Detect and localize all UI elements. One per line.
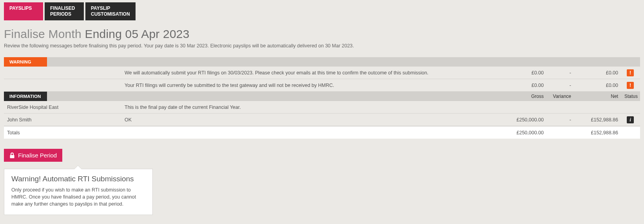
row-net: £0.00 <box>573 83 620 88</box>
info-status-icon[interactable]: i <box>627 116 634 123</box>
row-variance: - <box>546 117 573 123</box>
row-gross: £0.00 <box>495 70 546 76</box>
row-message: OK <box>121 117 495 123</box>
page-subtext: Review the following messages before fin… <box>4 43 640 49</box>
row-entity: RiverSide Hospital East <box>4 105 121 110</box>
col-header-variance: Variance <box>546 92 573 101</box>
tab-label-line1: PAYSLIP <box>91 5 110 11</box>
warning-row: We will automatically submit your RTI fi… <box>4 67 640 79</box>
section-label-information: INFORMATION <box>4 92 47 101</box>
totals-gross: £250,000.00 <box>495 130 546 135</box>
page-title: Finalise Month Ending 05 Apr 2023 <box>4 27 640 41</box>
col-header-gross: Gross <box>495 92 546 101</box>
totals-row: Totals £250,000.00 £152,988.86 <box>4 126 640 139</box>
section-header-information: INFORMATION Gross Variance Net Status <box>4 92 640 101</box>
tab-label-line2: PERIODS <box>50 11 71 17</box>
top-tabs: PAYSLIPS FINALISED PERIODS PAYSLIP CUSTO… <box>4 2 640 20</box>
popover-body: Only proceed if you wish to make an RTI … <box>11 186 145 208</box>
row-message: Your RTI filings will currently be submi… <box>121 83 495 88</box>
tab-label: PAYSLIPS <box>9 5 32 11</box>
row-status: ! <box>620 69 640 76</box>
finalise-button-label: Finalise Period <box>18 152 57 159</box>
page-title-prefix: Finalise Month <box>4 27 85 40</box>
totals-net: £152,988.86 <box>573 130 620 135</box>
warning-status-icon[interactable]: ! <box>627 82 634 89</box>
col-header-net: Net <box>573 92 620 101</box>
page-title-main: Ending 05 Apr 2023 <box>85 27 189 40</box>
tab-payslip-customisation[interactable]: PAYSLIP CUSTOMISATION <box>85 2 136 20</box>
row-message: This is the final pay date of the curren… <box>121 105 495 110</box>
row-gross: £250,000.00 <box>495 117 546 123</box>
info-row: John Smith OK £250,000.00 - £152,988.86 … <box>4 114 640 126</box>
tab-finalised-periods[interactable]: FINALISED PERIODS <box>45 2 84 20</box>
row-variance: - <box>546 70 573 76</box>
popover-heading: Warning! Automatic RTI Submissions <box>11 175 145 183</box>
section-label-warning: WARNING <box>4 57 47 67</box>
row-status: i <box>620 116 640 123</box>
section-header-warning: WARNING <box>4 57 640 67</box>
row-message: We will automatically submit your RTI fi… <box>121 70 495 76</box>
row-net: £0.00 <box>573 70 620 76</box>
col-header-status: Status <box>620 92 640 101</box>
row-entity: John Smith <box>4 117 121 123</box>
finalise-period-button[interactable]: Finalise Period <box>4 149 62 162</box>
row-variance: - <box>546 83 573 88</box>
lock-icon <box>9 152 15 159</box>
warning-status-icon[interactable]: ! <box>627 69 634 76</box>
totals-label: Totals <box>4 130 121 135</box>
row-gross: £0.00 <box>495 83 546 88</box>
warning-row: Your RTI filings will currently be submi… <box>4 79 640 92</box>
finalise-warning-popover: Warning! Automatic RTI Submissions Only … <box>4 169 153 215</box>
tab-payslips[interactable]: PAYSLIPS <box>4 2 43 20</box>
tab-label-line1: FINALISED <box>50 5 75 11</box>
row-net: £152,988.86 <box>573 117 620 123</box>
svg-rect-0 <box>10 155 14 158</box>
tab-label-line2: CUSTOMISATION <box>91 11 130 17</box>
info-row: RiverSide Hospital East This is the fina… <box>4 101 640 114</box>
row-status: ! <box>620 82 640 89</box>
